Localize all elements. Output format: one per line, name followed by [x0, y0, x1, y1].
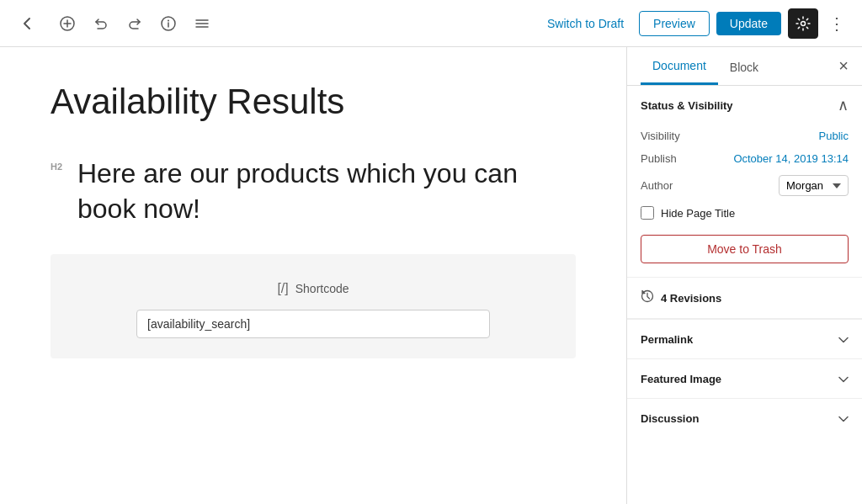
switch-to-draft-button[interactable]: Switch to Draft [539, 12, 632, 35]
toolbar-left [13, 10, 216, 37]
publish-value[interactable]: October 14, 2019 13:14 [733, 152, 849, 165]
status-visibility-header[interactable]: Status & Visibility ∧ [627, 86, 862, 125]
featured-image-section[interactable]: Featured Image [627, 358, 862, 398]
toolbar: Switch to Draft Preview Update ⋮ [0, 0, 862, 47]
sidebar-close-button[interactable]: × [838, 56, 849, 76]
permalink-label: Permalink [641, 333, 693, 346]
list-view-button[interactable] [189, 10, 216, 37]
status-visibility-title: Status & Visibility [641, 99, 733, 112]
visibility-value[interactable]: Public [819, 130, 849, 142]
svg-point-5 [168, 19, 169, 21]
publish-label: Publish [641, 152, 677, 165]
discussion-label: Discussion [641, 412, 699, 425]
more-options-button[interactable]: ⋮ [825, 10, 849, 37]
page-title: Availability Results [51, 81, 576, 123]
toolbar-right: Switch to Draft Preview Update ⋮ [539, 8, 849, 39]
move-to-trash-button[interactable]: Move to Trash [641, 235, 849, 263]
revisions-icon [641, 289, 654, 306]
heading-block: H2 Here are our products which you can b… [51, 157, 576, 226]
hide-title-checkbox[interactable] [641, 206, 654, 220]
hide-title-label: Hide Page Title [661, 207, 735, 220]
featured-image-label: Featured Image [641, 373, 721, 385]
settings-button[interactable] [788, 8, 818, 39]
author-row: Author Morgan [641, 170, 849, 201]
discussion-chevron [838, 411, 849, 426]
hide-title-row: Hide Page Title [641, 201, 849, 225]
editor-area: Availability Results H2 Here are our pro… [0, 47, 626, 504]
status-visibility-toggle: ∧ [838, 96, 849, 114]
tab-block[interactable]: Block [718, 47, 770, 85]
publish-row: Publish October 14, 2019 13:14 [641, 147, 849, 170]
visibility-row: Visibility Public [641, 125, 849, 147]
preview-button[interactable]: Preview [639, 11, 710, 36]
shortcode-icon: [/] [277, 281, 288, 296]
revisions-section: 4 Revisions [627, 278, 862, 319]
permalink-chevron [838, 332, 849, 347]
shortcode-header: [/] Shortcode [67, 281, 559, 296]
back-button[interactable] [13, 10, 40, 37]
add-block-button[interactable] [54, 10, 81, 37]
visibility-label: Visibility [641, 130, 680, 142]
svg-point-9 [801, 21, 806, 25]
shortcode-block: [/] Shortcode [51, 254, 576, 358]
shortcode-input[interactable] [136, 310, 490, 338]
heading-text: Here are our products which you can book… [77, 157, 576, 226]
permalink-section[interactable]: Permalink [627, 319, 862, 358]
status-visibility-section: Status & Visibility ∧ Visibility Public … [627, 86, 862, 278]
featured-image-chevron [838, 371, 849, 386]
sidebar-tabs: Document Block [641, 47, 770, 85]
sidebar: Document Block × Status & Visibility ∧ V… [626, 47, 862, 504]
status-visibility-content: Visibility Public Publish October 14, 20… [627, 125, 862, 277]
undo-button[interactable] [88, 10, 114, 37]
tab-document[interactable]: Document [641, 47, 718, 85]
discussion-section[interactable]: Discussion [627, 398, 862, 438]
heading-level-label: H2 [51, 162, 67, 172]
info-button[interactable] [155, 10, 182, 37]
shortcode-label: Shortcode [295, 282, 349, 295]
revisions-text: 4 Revisions [661, 292, 721, 305]
update-button[interactable]: Update [716, 12, 781, 35]
author-select[interactable]: Morgan [779, 175, 849, 196]
main-layout: Availability Results H2 Here are our pro… [0, 47, 862, 504]
redo-button[interactable] [121, 10, 148, 37]
revisions-row[interactable]: 4 Revisions [627, 278, 862, 318]
sidebar-header: Document Block × [627, 47, 862, 86]
author-label: Author [641, 179, 673, 192]
